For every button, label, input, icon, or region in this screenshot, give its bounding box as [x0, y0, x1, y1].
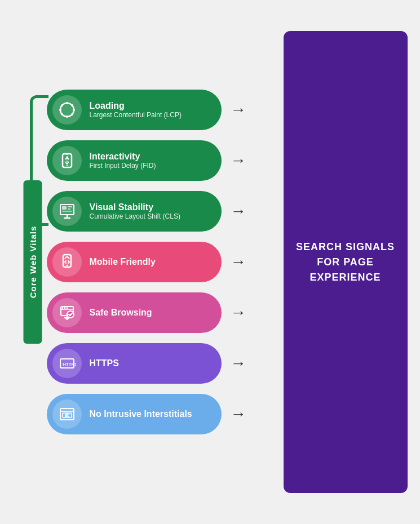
right-panel-line1: SEARCH SIGNALS: [296, 241, 395, 252]
interactivity-text: Interactivity First Input Delay (FID): [90, 152, 156, 170]
svg-point-6: [66, 116, 68, 118]
interactivity-row: Interactivity First Input Delay (FID) →: [47, 140, 278, 181]
core-web-vitals-group: Loading Largest Contentful Paint (LCP) →: [30, 90, 278, 232]
loading-subtitle: Largest Contentful Paint (LCP): [90, 111, 182, 119]
visual-stability-arrow: →: [231, 202, 246, 220]
safe-browsing-pill: Safe Browsing: [47, 292, 222, 333]
interactivity-title: Interactivity: [90, 152, 156, 162]
interactivity-arrow: →: [231, 152, 246, 170]
safe-browsing-text: Safe Browsing: [90, 308, 152, 318]
svg-rect-13: [68, 206, 72, 207]
loading-icon: [52, 95, 82, 125]
no-interstitials-title: No Intrusive Interstitials: [90, 409, 192, 419]
https-text: HTTPS: [90, 358, 119, 368]
no-interstitials-icon: [52, 399, 82, 429]
mobile-friendly-icon: [52, 247, 82, 277]
svg-point-22: [61, 307, 63, 309]
https-title: HTTPS: [90, 358, 119, 368]
svg-point-8: [59, 109, 61, 111]
mobile-friendly-arrow: →: [231, 253, 246, 271]
visual-stability-text: Visual Stability Cumulative Layout Shift…: [90, 202, 180, 220]
https-row: HTTPS HTTPS →: [47, 343, 278, 384]
no-interstitials-row: No Intrusive Interstitials →: [47, 394, 278, 434]
safe-browsing-row: Safe Browsing →: [47, 292, 278, 333]
mobile-friendly-title: Mobile Friendly: [90, 257, 156, 267]
main-container: Core Web Vitals: [7, 8, 413, 516]
svg-rect-14: [68, 208, 70, 210]
svg-point-3: [71, 104, 73, 106]
loading-arrow: →: [231, 101, 246, 119]
svg-point-5: [71, 113, 73, 116]
right-panel: SEARCH SIGNALS FOR PAGE EXPERIENCE: [284, 31, 408, 493]
no-interstitials-pill: No Intrusive Interstitials: [47, 394, 222, 434]
svg-point-23: [64, 307, 65, 309]
interactivity-icon: [52, 146, 82, 175]
core-web-vitals-side-label: Core Web Vitals: [23, 180, 42, 344]
interactivity-subtitle: First Input Delay (FID): [90, 162, 156, 170]
loading-text: Loading Largest Contentful Paint (LCP): [90, 101, 182, 119]
loading-title: Loading: [90, 101, 182, 111]
svg-point-7: [61, 113, 63, 116]
visual-stability-pill: Visual Stability Cumulative Layout Shift…: [47, 191, 222, 232]
safe-browsing-icon: [52, 298, 82, 327]
svg-point-24: [66, 307, 68, 309]
visual-stability-row: Visual Stability Cumulative Layout Shift…: [47, 191, 278, 232]
visual-stability-title: Visual Stability: [90, 202, 180, 212]
loading-pill: Loading Largest Contentful Paint (LCP): [47, 90, 222, 130]
mobile-friendly-row: Mobile Friendly →: [47, 242, 278, 282]
svg-point-4: [73, 109, 75, 111]
https-pill: HTTPS HTTPS: [47, 343, 222, 384]
svg-rect-15: [62, 211, 72, 212]
right-panel-line3: EXPERIENCE: [310, 272, 381, 283]
no-interstitials-arrow: →: [231, 405, 246, 423]
right-panel-line2: FOR PAGE: [317, 256, 374, 268]
no-interstitials-text: No Intrusive Interstitials: [90, 409, 192, 419]
loading-row: Loading Largest Contentful Paint (LCP) →: [47, 90, 278, 130]
svg-point-19: [66, 265, 68, 267]
safe-browsing-arrow: →: [231, 304, 246, 322]
right-panel-text: SEARCH SIGNALS FOR PAGE EXPERIENCE: [285, 228, 406, 296]
other-signals-group: Mobile Friendly →: [30, 242, 278, 434]
svg-rect-11: [60, 205, 74, 215]
https-icon: HTTPS: [52, 349, 82, 378]
svg-point-1: [61, 104, 63, 106]
visual-stability-icon: [52, 197, 82, 226]
visual-stability-subtitle: Cumulative Layout Shift (CLS): [90, 212, 180, 220]
https-arrow: →: [231, 354, 246, 372]
svg-text:HTTPS: HTTPS: [63, 362, 76, 367]
left-section: Loading Largest Contentful Paint (LCP) →: [30, 90, 278, 434]
svg-rect-12: [62, 206, 67, 210]
interactivity-pill: Interactivity First Input Delay (FID): [47, 140, 222, 181]
safe-browsing-title: Safe Browsing: [90, 308, 152, 318]
main-content: Loading Largest Contentful Paint (LCP) →: [30, 31, 408, 493]
mobile-friendly-text: Mobile Friendly: [90, 257, 156, 267]
mobile-friendly-pill: Mobile Friendly: [47, 242, 222, 282]
svg-point-2: [66, 102, 68, 104]
